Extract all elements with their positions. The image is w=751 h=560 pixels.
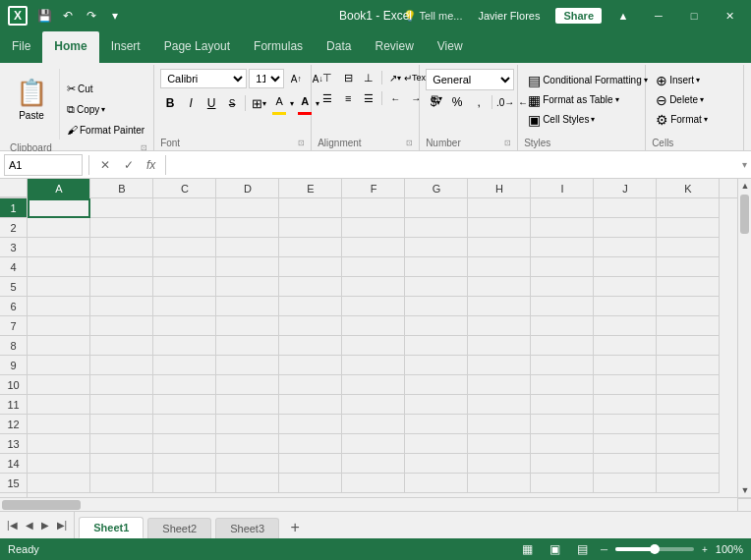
cell-E14[interactable]	[279, 454, 342, 474]
scroll-up-button[interactable]: ▲	[738, 179, 751, 193]
row-header-6[interactable]: 6	[0, 297, 27, 316]
conditional-formatting-button[interactable]: ▤ Conditional Formatting ▾	[524, 71, 652, 89]
cell-H12[interactable]	[468, 415, 531, 434]
cell-E8[interactable]	[279, 336, 342, 356]
col-header-K[interactable]: K	[657, 179, 720, 198]
number-format-select[interactable]: General	[426, 69, 514, 90]
cell-H5[interactable]	[468, 277, 531, 297]
cell-J9[interactable]	[594, 356, 657, 375]
cell-H2[interactable]	[468, 218, 531, 238]
bold-button[interactable]: B	[160, 93, 180, 113]
underline-button[interactable]: U	[202, 93, 221, 113]
cell-J10[interactable]	[594, 375, 657, 395]
view-normal-button[interactable]: ▦	[518, 541, 538, 557]
orientation-button[interactable]: ↗▾	[385, 69, 405, 86]
cell-G9[interactable]	[405, 356, 468, 375]
fill-color-button[interactable]: A	[269, 91, 289, 111]
col-header-C[interactable]: C	[153, 179, 216, 198]
cell-A2[interactable]	[28, 218, 90, 238]
undo-button[interactable]: ↶	[57, 5, 79, 27]
align-left-button[interactable]: ☰	[318, 89, 337, 107]
cell-E15[interactable]	[279, 474, 342, 493]
cell-K8[interactable]	[657, 336, 720, 356]
fill-color-dropdown[interactable]: ▾	[290, 99, 294, 108]
cell-G10[interactable]	[405, 375, 468, 395]
cell-F11[interactable]	[342, 395, 405, 415]
zoom-slider-thumb[interactable]	[650, 544, 660, 554]
redo-button[interactable]: ↷	[81, 5, 102, 27]
align-top-button[interactable]: ⊤	[318, 69, 337, 86]
vertical-scroll-thumb[interactable]	[740, 195, 749, 234]
cell-E11[interactable]	[279, 395, 342, 415]
cell-styles-button[interactable]: ▣ Cell Styles ▾	[524, 110, 599, 129]
cell-I1[interactable]	[531, 198, 594, 218]
row-header-10[interactable]: 10	[0, 375, 27, 395]
row-header-15[interactable]: 15	[0, 474, 27, 493]
cell-J4[interactable]	[594, 257, 657, 277]
cell-D1[interactable]	[216, 198, 279, 218]
cell-E4[interactable]	[279, 257, 342, 277]
cell-F14[interactable]	[342, 454, 405, 474]
cell-E6[interactable]	[279, 297, 342, 316]
maximize-button[interactable]: □	[680, 2, 708, 29]
view-page-break-button[interactable]: ▤	[573, 541, 593, 557]
cell-B3[interactable]	[90, 238, 153, 257]
cell-G4[interactable]	[405, 257, 468, 277]
cell-I4[interactable]	[531, 257, 594, 277]
cell-E13[interactable]	[279, 434, 342, 454]
tab-page-layout[interactable]: Page Layout	[152, 31, 242, 63]
cut-button[interactable]: ✂ Cut	[64, 79, 147, 98]
cell-K5[interactable]	[657, 277, 720, 297]
cell-K4[interactable]	[657, 257, 720, 277]
formula-input[interactable]	[172, 154, 738, 176]
add-sheet-button[interactable]: +	[283, 517, 307, 538]
cell-K14[interactable]	[657, 454, 720, 474]
cell-F12[interactable]	[342, 415, 405, 434]
cell-G11[interactable]	[405, 395, 468, 415]
row-header-11[interactable]: 11	[0, 395, 27, 415]
cell-C2[interactable]	[153, 218, 216, 238]
cell-I7[interactable]	[531, 316, 594, 336]
cell-E10[interactable]	[279, 375, 342, 395]
col-header-H[interactable]: H	[468, 179, 531, 198]
cell-G2[interactable]	[405, 218, 468, 238]
cell-J7[interactable]	[594, 316, 657, 336]
cell-A1[interactable]	[28, 198, 90, 218]
cell-F13[interactable]	[342, 434, 405, 454]
number-expand[interactable]: ⊡	[504, 139, 511, 147]
row-header-14[interactable]: 14	[0, 454, 27, 474]
tab-review[interactable]: Review	[363, 31, 425, 63]
cell-B7[interactable]	[90, 316, 153, 336]
decrease-indent-button[interactable]: ←	[385, 89, 405, 107]
cell-F9[interactable]	[342, 356, 405, 375]
cell-H1[interactable]	[468, 198, 531, 218]
format-painter-button[interactable]: 🖌 Format Painter	[64, 120, 147, 140]
cell-I6[interactable]	[531, 297, 594, 316]
cell-C12[interactable]	[153, 415, 216, 434]
font-family-select[interactable]: Calibri	[160, 69, 247, 88]
cell-H7[interactable]	[468, 316, 531, 336]
cell-C11[interactable]	[153, 395, 216, 415]
cell-J11[interactable]	[594, 395, 657, 415]
row-header-13[interactable]: 13	[0, 434, 27, 454]
cell-A11[interactable]	[28, 395, 90, 415]
cell-G14[interactable]	[405, 454, 468, 474]
paste-button[interactable]: 📋 Paste	[10, 69, 53, 130]
row-header-3[interactable]: 3	[0, 238, 27, 257]
cell-A9[interactable]	[28, 356, 90, 375]
cell-H10[interactable]	[468, 375, 531, 395]
more-qa-button[interactable]: ▾	[104, 5, 126, 27]
font-expand[interactable]: ⊡	[298, 139, 305, 147]
share-button[interactable]: Share	[555, 8, 602, 24]
cell-K7[interactable]	[657, 316, 720, 336]
cell-B4[interactable]	[90, 257, 153, 277]
cell-A6[interactable]	[28, 297, 90, 316]
zoom-slider[interactable]	[615, 547, 694, 551]
cell-F7[interactable]	[342, 316, 405, 336]
name-box[interactable]	[4, 154, 83, 176]
cell-K1[interactable]	[657, 198, 720, 218]
font-size-select[interactable]: 11	[249, 69, 284, 88]
col-header-G[interactable]: G	[405, 179, 468, 198]
horizontal-scroll-thumb[interactable]	[2, 500, 81, 510]
cell-E3[interactable]	[279, 238, 342, 257]
